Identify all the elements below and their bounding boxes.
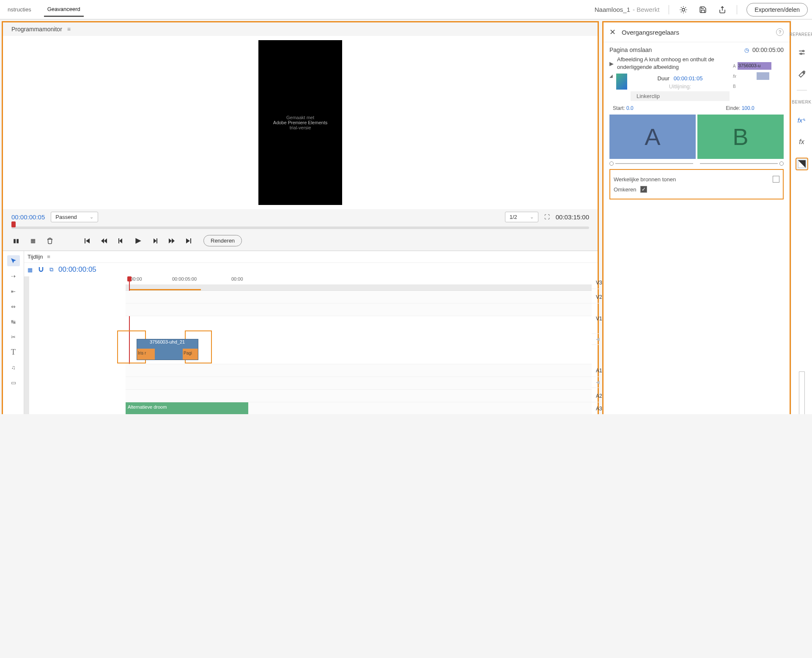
reverse-checkbox[interactable]: ✓	[640, 186, 647, 193]
monitor-total-timecode: 00:03:15:00	[556, 213, 589, 221]
end-label: Einde:	[726, 105, 740, 111]
track-v1-lane[interactable]: 3756003-uhd_21 Iris r Pagi	[126, 334, 592, 364]
tab-advanced[interactable]: Geavanceerd	[44, 3, 84, 17]
track-a1-lane[interactable]	[126, 377, 592, 390]
monitor-current-timecode[interactable]: 00:00:00:05	[11, 213, 45, 221]
program-monitor-title: Programmamonitor	[11, 26, 62, 33]
transition-right[interactable]: Pagi	[183, 349, 198, 360]
timeline-menu-icon[interactable]: ≡	[47, 254, 50, 260]
transition-slider[interactable]	[609, 161, 784, 166]
watermark-line1: Gemaakt met	[258, 115, 342, 120]
start-label: Start:	[613, 105, 625, 111]
panel-menu-icon[interactable]: ≡	[67, 26, 71, 33]
track-v2-lane[interactable]	[126, 303, 592, 316]
rect-tool-icon[interactable]: ▭	[7, 377, 20, 388]
svg-point-0	[682, 8, 685, 11]
top-bar: nstructies Geavanceerd Naamloos_1 - Bewe…	[0, 0, 812, 19]
edit-section-label: BEWERK	[792, 100, 811, 104]
tab-instructions[interactable]: nstructies	[4, 3, 35, 16]
help-icon[interactable]: ?	[776, 28, 784, 36]
duration-value[interactable]: 00:00:01:05	[674, 75, 703, 82]
panel-timecode: 00:00:05:00	[752, 46, 784, 53]
repair-section-label: REPAREER	[789, 32, 812, 37]
program-monitor-section: Programmamonitor ≡ Gemaakt met Adobe Pre…	[2, 21, 599, 414]
transition-name: Pagina omslaan	[609, 46, 652, 53]
adjustments-icon[interactable]	[796, 46, 808, 59]
clock-icon[interactable]: ◷	[744, 47, 749, 53]
transition-description: Afbeelding A krult omhoog en onthult de …	[617, 56, 730, 71]
timeline-title: Tijdlijn	[27, 254, 43, 260]
step-forward-icon[interactable]	[150, 236, 159, 246]
go-to-start-icon[interactable]	[82, 236, 92, 246]
timeline-tools: ⇢ ⇤ ⇔ ↹ ✂ T ♫ ▭	[3, 251, 24, 414]
svg-point-1	[802, 50, 804, 52]
audio-clip[interactable]: Alternatieve droom	[126, 402, 248, 414]
save-icon[interactable]	[698, 5, 708, 15]
monitor-scrubber[interactable]	[11, 227, 589, 229]
timeline-scrollbar[interactable]	[24, 276, 29, 414]
go-to-end-icon[interactable]	[184, 236, 193, 246]
render-button[interactable]: Renderen	[203, 235, 242, 246]
export-button[interactable]: Exporteren/delen	[746, 3, 808, 16]
fx-icon[interactable]: fx	[796, 136, 808, 148]
document-name: Naamloos_1	[595, 6, 630, 13]
preview-a-box: A	[609, 115, 696, 159]
show-sources-label: Werkelijke bronnen tonen	[614, 176, 676, 183]
razor-tool-icon[interactable]: ✂	[7, 331, 20, 342]
snap-icon[interactable]	[38, 266, 44, 273]
nest-toggle-icon[interactable]: ▦	[27, 267, 33, 273]
reverse-label: Omkeren	[614, 186, 636, 193]
end-value[interactable]: 100.0	[742, 105, 754, 111]
track-v3-lane[interactable]	[126, 291, 592, 303]
alignment-dropdown[interactable]: Linkerclip	[631, 91, 730, 101]
monitor-viewport[interactable]: Gemaakt met Adobe Premiere Elements tria…	[3, 36, 598, 209]
timeline-ruler[interactable]: :00:00 00:00:05:00 00:00	[126, 276, 592, 291]
grid-icon[interactable]: ▦	[28, 236, 38, 246]
stretch-tool-icon[interactable]: ⇔	[7, 301, 20, 312]
right-sidebar: REPAREER BEWERK fx✎ fx	[791, 19, 812, 414]
step-back-many-icon[interactable]	[99, 236, 109, 246]
zoom-dropdown[interactable]: Passend⌄	[51, 212, 98, 222]
track-a2-lane[interactable]: Alternatieve droom	[126, 402, 592, 414]
timeline-timecode[interactable]: 00:00:00:05	[58, 265, 96, 274]
transition-panel-title: Overgangsregelaars	[622, 29, 679, 36]
step-forward-many-icon[interactable]	[167, 236, 176, 246]
music-tool-icon[interactable]: ♫	[7, 362, 20, 373]
share-icon[interactable]	[717, 5, 727, 15]
safe-margins-icon[interactable]: ⛶	[544, 214, 550, 220]
play-icon[interactable]	[133, 236, 143, 246]
watermark-line2: Adobe Premiere Elements	[258, 120, 342, 125]
add-marker-icon[interactable]: ▮▮	[11, 236, 21, 246]
magic-icon[interactable]	[796, 68, 808, 81]
type-tool-icon[interactable]: T	[7, 347, 20, 358]
mini-timeline[interactable]: A3756003-u fx B	[733, 56, 784, 86]
selection-tool-icon[interactable]	[7, 255, 20, 266]
show-sources-checkbox[interactable]	[773, 176, 779, 183]
fx-presets-icon[interactable]: fx✎	[796, 114, 808, 126]
start-value[interactable]: 0.0	[626, 105, 634, 111]
duration-label: Duur	[658, 75, 669, 82]
linked-selection-icon[interactable]: ⧉	[49, 266, 53, 273]
color-tool-icon[interactable]	[796, 158, 808, 170]
svg-point-2	[800, 53, 801, 55]
transition-controls-panel: ✕ Overgangsregelaars ? Pagina omslaan ◷ …	[602, 21, 791, 414]
quality-dropdown[interactable]: 1/2⌄	[505, 212, 538, 222]
close-icon[interactable]: ✕	[609, 27, 616, 37]
ripple-tool-icon[interactable]: ⇤	[7, 286, 20, 297]
transition-options-highlight: Werkelijke bronnen tonen Omkeren ✓	[609, 169, 784, 199]
preview-b-box: B	[697, 115, 784, 159]
audio-meter	[799, 371, 805, 414]
watermark-line3: trial-versie	[258, 125, 342, 130]
play-preview-icon[interactable]: ▶	[609, 60, 614, 67]
video-clip[interactable]: 3756003-uhd_21 Iris r Pagi	[137, 339, 198, 360]
alignment-label: Uitlijning:	[669, 83, 691, 90]
transition-thumbnail	[616, 74, 627, 90]
delete-icon[interactable]	[45, 236, 55, 246]
transition-left[interactable]: Iris r	[137, 349, 155, 360]
brightness-icon[interactable]	[678, 5, 689, 15]
document-status: - Bewerkt	[633, 6, 659, 13]
slip-tool-icon[interactable]: ↹	[7, 316, 20, 327]
track-select-tool-icon[interactable]: ⇢	[7, 270, 20, 281]
step-back-icon[interactable]	[116, 236, 126, 246]
